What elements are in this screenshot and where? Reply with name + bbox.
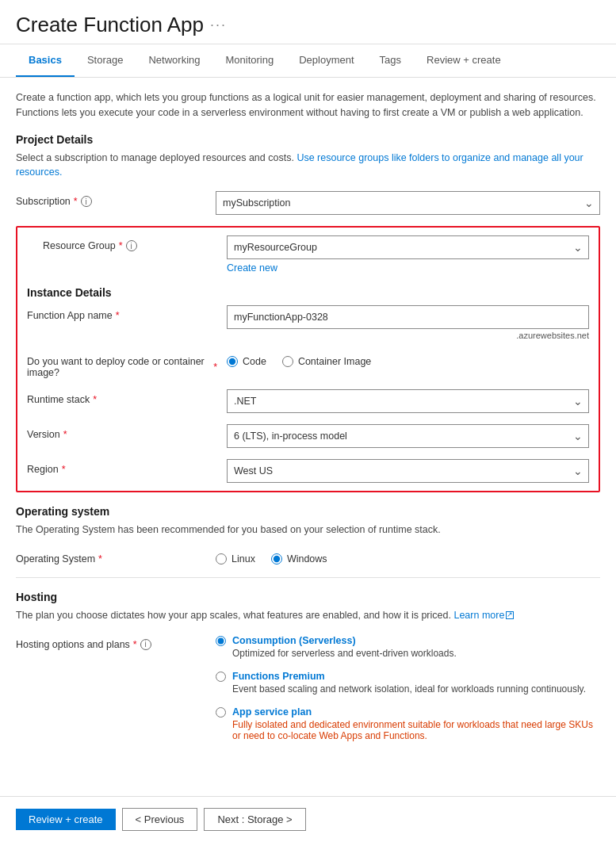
version-required: * (63, 429, 67, 440)
resource-group-select-wrapper: myResourceGroup (227, 235, 589, 259)
page-title: Create Function App ··· (16, 13, 600, 37)
linux-radio[interactable] (216, 553, 227, 565)
operating-system-label-col: Operating System * (16, 549, 206, 565)
app-service-plan-radio[interactable] (216, 707, 226, 718)
deploy-code-option[interactable]: Code (227, 356, 266, 367)
region-select[interactable]: West US (227, 459, 589, 483)
functions-premium-desc: Event based scaling and network isolatio… (232, 683, 586, 695)
runtime-stack-select-wrapper: .NET (227, 389, 589, 413)
version-row: Version * 6 (LTS), in-process model (27, 424, 589, 448)
deploy-container-option[interactable]: Container Image (282, 356, 371, 367)
tab-storage[interactable]: Storage (75, 44, 136, 77)
project-details-desc-part1: Select a subscription to manage deployed… (16, 152, 294, 163)
deploy-container-label: Container Image (298, 356, 371, 367)
region-label-col: Region * (27, 459, 217, 475)
functions-premium-radio[interactable] (216, 672, 226, 682)
subscription-label-col: Subscription * i (16, 191, 206, 207)
resource-group-info-icon[interactable]: i (126, 240, 137, 251)
create-new-link[interactable]: Create new (227, 262, 589, 274)
consumption-option: Consumption (Serverless) Optimized for s… (216, 634, 600, 659)
runtime-stack-select[interactable]: .NET (227, 389, 589, 413)
hosting-desc: The plan you choose dictates how your ap… (16, 608, 600, 623)
app-service-plan-title: App service plan (232, 706, 312, 718)
resource-group-required: * (119, 240, 123, 251)
hosting-title: Hosting (16, 591, 600, 603)
consumption-desc: Optimized for serverless and event-drive… (232, 648, 457, 659)
page-header: Create Function App ··· (0, 0, 616, 44)
windows-option[interactable]: Windows (271, 553, 327, 565)
tab-monitoring[interactable]: Monitoring (213, 44, 287, 77)
region-control-col: West US (227, 459, 589, 483)
region-row: Region * West US (27, 459, 589, 483)
subscription-label: Subscription * i (16, 196, 206, 207)
tab-review-create[interactable]: Review + create (414, 44, 514, 77)
deploy-type-label-col: Do you want to deploy code or container … (27, 351, 217, 378)
operating-system-label: Operating System * (16, 553, 206, 565)
windows-radio[interactable] (271, 553, 282, 565)
hosting-learn-more-link[interactable]: Learn more (453, 610, 514, 621)
resource-group-control-col: myResourceGroup Create new (227, 235, 589, 274)
windows-label: Windows (287, 553, 327, 565)
deploy-code-radio[interactable] (227, 356, 238, 367)
operating-system-desc: The Operating System has been recommende… (16, 522, 600, 538)
deploy-type-label: Do you want to deploy code or container … (27, 356, 217, 378)
version-select[interactable]: 6 (LTS), in-process model (227, 424, 589, 448)
region-label: Region * (27, 464, 217, 475)
tab-tags[interactable]: Tags (367, 44, 414, 77)
functions-premium-option-label[interactable]: Functions Premium Event based scaling an… (216, 670, 600, 695)
hosting-options-row: Hosting options and plans * i Consumptio… (16, 634, 600, 752)
deploy-container-radio[interactable] (282, 356, 293, 367)
deploy-type-control-col: Code Container Image (227, 351, 589, 367)
tab-basics[interactable]: Basics (16, 44, 75, 77)
consumption-radio[interactable] (216, 636, 226, 646)
deploy-type-required: * (213, 362, 217, 373)
review-create-button[interactable]: Review + create (16, 809, 116, 830)
subscription-info-icon[interactable]: i (81, 196, 92, 207)
subscription-select[interactable]: mySubscription (216, 191, 600, 215)
function-app-name-label-col: Function App name * (27, 305, 217, 321)
resource-group-select[interactable]: myResourceGroup (227, 235, 589, 259)
subscription-select-wrapper: mySubscription (216, 191, 600, 215)
region-required: * (62, 464, 66, 475)
functions-premium-option-text: Functions Premium Event based scaling an… (232, 670, 586, 695)
page-title-dots: ··· (210, 17, 227, 33)
deploy-type-radio-group: Code Container Image (227, 351, 589, 367)
function-app-name-input[interactable] (227, 305, 589, 329)
function-app-suffix: .azurewebsites.net (227, 331, 589, 340)
runtime-stack-row: Runtime stack * .NET (27, 389, 589, 413)
operating-system-required: * (98, 553, 102, 565)
tabs-bar: Basics Storage Networking Monitoring Dep… (0, 44, 616, 78)
tab-deployment[interactable]: Deployment (286, 44, 366, 77)
runtime-stack-label-col: Runtime stack * (27, 389, 217, 405)
consumption-option-label[interactable]: Consumption (Serverless) Optimized for s… (216, 634, 600, 659)
deploy-code-label: Code (243, 356, 266, 367)
next-button[interactable]: Next : Storage > (204, 808, 305, 831)
app-service-plan-option: App service plan Fully isolated and dedi… (216, 706, 600, 741)
tab-networking[interactable]: Networking (136, 44, 212, 77)
resource-group-row: Resource Group * i myResourceGroup Creat… (27, 235, 589, 274)
subscription-row: Subscription * i mySubscription (16, 191, 600, 215)
resource-group-label-col: Resource Group * i (27, 235, 217, 251)
page-title-text: Create Function App (16, 13, 204, 37)
operating-system-radio-group: Linux Windows (216, 549, 600, 565)
operating-system-control-col: Linux Windows (216, 549, 600, 565)
hosting-options-label: Hosting options and plans * i (16, 639, 206, 650)
page-description: Create a function app, which lets you gr… (16, 90, 600, 121)
app-service-plan-option-label[interactable]: App service plan Fully isolated and dedi… (216, 706, 600, 741)
resource-group-label: Resource Group * i (43, 240, 217, 251)
region-select-wrapper: West US (227, 459, 589, 483)
separator-1 (16, 577, 600, 578)
resource-group-highlight-box: Resource Group * i myResourceGroup Creat… (16, 226, 600, 492)
operating-system-title: Operating system (16, 505, 600, 518)
version-control-col: 6 (LTS), in-process model (227, 424, 589, 448)
version-label-col: Version * (27, 424, 217, 440)
version-label: Version * (27, 429, 217, 440)
consumption-option-text: Consumption (Serverless) Optimized for s… (232, 634, 457, 659)
hosting-learn-more-label: Learn more (453, 610, 504, 621)
runtime-stack-required: * (93, 394, 97, 405)
previous-button[interactable]: < Previous (122, 808, 198, 831)
linux-option[interactable]: Linux (216, 553, 255, 565)
function-app-name-control-col: .azurewebsites.net (227, 305, 589, 340)
hosting-options-info-icon[interactable]: i (140, 639, 151, 650)
hosting-desc-text: The plan you choose dictates how your ap… (16, 610, 451, 621)
